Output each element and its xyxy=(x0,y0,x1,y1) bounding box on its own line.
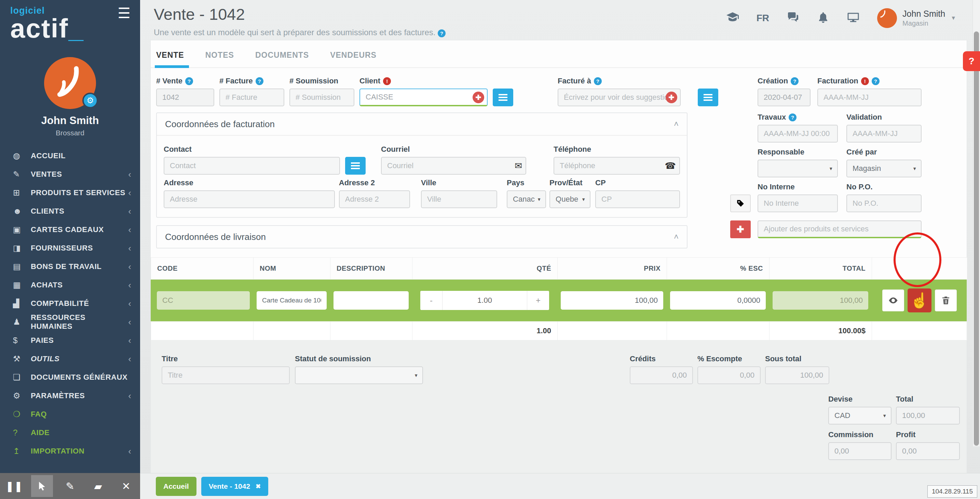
row-esc-input[interactable] xyxy=(670,291,766,310)
adresse-input[interactable] xyxy=(164,190,335,208)
monitor-icon[interactable] xyxy=(847,11,859,25)
contact-input[interactable] xyxy=(164,157,340,175)
sidebar-item-clients[interactable]: ☻ CLIENTS ‹ xyxy=(0,202,140,220)
facturation-date-input[interactable] xyxy=(817,89,921,106)
tab-documents[interactable]: DOCUMENTS xyxy=(255,51,309,67)
sidebar-item-bons-de-travail[interactable]: ▤ BONS DE TRAVAIL ‹ xyxy=(0,257,140,276)
facture-help-icon[interactable]: ? xyxy=(256,77,264,85)
facturation-section-header[interactable]: Coordonnées de facturation ˄ xyxy=(157,113,687,135)
telephone-input[interactable] xyxy=(554,157,680,175)
sidebar-item-importation[interactable]: ↥ IMPORTATION ‹ xyxy=(0,442,140,461)
sidebar-item-ventes[interactable]: ✎ VENTES ‹ xyxy=(0,165,140,183)
facturation-help-icon[interactable]: ? xyxy=(872,77,880,85)
tag-button[interactable] xyxy=(730,194,751,212)
sidebar-item-accueil[interactable]: ◍ ACCUEIL xyxy=(0,147,140,165)
contact-list-button[interactable] xyxy=(345,157,366,175)
sidebar-item-achats[interactable]: ▦ ACHATS ‹ xyxy=(0,276,140,294)
sidebar-item-comptabilite[interactable]: ▟ COMPTABILITÉ ‹ xyxy=(0,294,140,313)
commission-input[interactable] xyxy=(828,442,891,460)
sidebar-item-produits-et-services[interactable]: ⊞ PRODUITS ET SERVICES ‹ xyxy=(0,183,140,202)
close-tab-icon[interactable]: ✖ xyxy=(256,483,261,490)
no-interne-input[interactable] xyxy=(757,194,838,212)
escompte-input[interactable] xyxy=(697,367,760,384)
delete-row-button[interactable] xyxy=(935,290,957,311)
sidebar-item-faq[interactable]: ❍ FAQ xyxy=(0,405,140,424)
vente-help-icon[interactable]: ? xyxy=(185,77,193,85)
qty-plus-button[interactable]: + xyxy=(527,291,549,310)
sidebar-item-outils[interactable]: ⚒ OUTILS ‹ xyxy=(0,350,140,368)
creation-date-input[interactable] xyxy=(757,89,810,106)
pencil-tool-button[interactable]: ✎ xyxy=(59,475,81,497)
cursor-tool-button[interactable] xyxy=(31,475,53,497)
remove-row-button[interactable]: ☝ xyxy=(908,289,931,312)
titre-input[interactable] xyxy=(162,367,290,384)
cp-input[interactable] xyxy=(595,190,680,208)
facture-a-help-icon[interactable]: ? xyxy=(594,77,602,85)
responsable-select[interactable] xyxy=(757,159,838,177)
hamburger-menu-icon[interactable]: ☰ xyxy=(118,5,130,22)
sidebar-item-cartes-cadeaux[interactable]: ▣ CARTES CADEAUX ‹ xyxy=(0,220,140,239)
add-product-button[interactable]: ✚ xyxy=(730,220,751,238)
close-tool-button[interactable]: ✕ xyxy=(115,475,137,497)
row-total-input[interactable] xyxy=(773,291,868,310)
sidebar-item-ressources-humaines[interactable]: ♟ RESSOURCES HUMAINES ‹ xyxy=(0,313,140,331)
travaux-help-icon[interactable]: ? xyxy=(789,113,797,121)
soumission-number-input[interactable] xyxy=(290,89,354,106)
pays-select[interactable]: Canac xyxy=(507,190,546,208)
row-description-input[interactable] xyxy=(334,291,409,310)
facture-number-input[interactable] xyxy=(220,89,284,106)
creation-help-icon[interactable]: ? xyxy=(791,77,799,85)
notifications-bell-icon[interactable] xyxy=(817,11,829,25)
facture-a-clear-icon[interactable]: ✚ xyxy=(666,92,677,103)
credits-input[interactable] xyxy=(630,367,693,384)
user-menu[interactable]: John Smith Magasin ▼ xyxy=(877,8,956,28)
row-prix-input[interactable] xyxy=(561,291,663,310)
sous-total-input[interactable] xyxy=(765,367,829,384)
client-list-button[interactable] xyxy=(493,89,513,106)
taskbar-tab-accueil[interactable]: Accueil xyxy=(156,477,196,496)
add-products-input[interactable] xyxy=(757,220,921,238)
language-selector[interactable]: FR xyxy=(757,13,769,24)
row-code-input[interactable] xyxy=(157,291,250,310)
scrollbar-thumb[interactable] xyxy=(974,32,979,446)
facture-a-list-button[interactable] xyxy=(698,89,718,106)
ville-input[interactable] xyxy=(421,190,497,208)
sidebar-item-parametres[interactable]: ⚙ PARAMÈTRES ‹ xyxy=(0,387,140,405)
no-po-input[interactable] xyxy=(846,194,921,212)
qty-value[interactable]: 1.00 xyxy=(442,291,527,310)
pause-tool-button[interactable]: ❚❚ xyxy=(3,475,25,497)
client-input[interactable] xyxy=(360,89,488,106)
profile-settings-gear-icon[interactable]: ⚙ xyxy=(82,92,98,108)
row-nom-input[interactable] xyxy=(257,291,327,310)
taskbar-tab-vente[interactable]: Vente - 1042✖ xyxy=(201,477,269,496)
validation-input[interactable] xyxy=(846,125,921,142)
subtitle-help-icon[interactable]: ? xyxy=(438,29,445,37)
statut-select[interactable] xyxy=(295,367,423,384)
profit-input[interactable] xyxy=(896,442,960,460)
client-clear-icon[interactable]: ✚ xyxy=(473,92,484,103)
tab-vente[interactable]: VENTE xyxy=(156,51,184,67)
devise-select[interactable]: CAD xyxy=(828,407,891,424)
help-side-tab[interactable]: ? xyxy=(963,51,980,71)
tab-vendeurs[interactable]: VENDEURS xyxy=(330,51,377,67)
cree-par-select[interactable]: Magasin xyxy=(846,159,921,177)
view-row-button[interactable] xyxy=(882,290,904,311)
eraser-tool-button[interactable]: ▰ xyxy=(87,475,109,497)
travaux-input[interactable] xyxy=(757,125,838,142)
facture-a-input[interactable] xyxy=(558,89,681,106)
livraison-section-header[interactable]: Coordonnées de livraison ˄ xyxy=(157,226,687,248)
sidebar-item-aide[interactable]: ? AIDE xyxy=(0,424,140,442)
adresse2-input[interactable] xyxy=(339,190,410,208)
total-input[interactable] xyxy=(896,407,960,424)
vente-number-input[interactable] xyxy=(156,89,214,106)
sidebar-item-fournisseurs[interactable]: ◨ FOURNISSEURS ‹ xyxy=(0,239,140,257)
prov-select[interactable]: Quebe xyxy=(549,190,590,208)
tab-notes[interactable]: NOTES xyxy=(205,51,234,67)
qty-minus-button[interactable]: - xyxy=(420,291,442,310)
sidebar-item-paies[interactable]: $ PAIES ‹ xyxy=(0,331,140,350)
formation-graduation-icon[interactable] xyxy=(727,11,739,25)
sidebar-item-documents-generaux[interactable]: ❏ DOCUMENTS GÉNÉRAUX xyxy=(0,368,140,387)
courriel-input[interactable] xyxy=(381,157,526,175)
no-po-label: No P.O. xyxy=(846,183,873,191)
messages-chat-icon[interactable] xyxy=(787,11,799,25)
